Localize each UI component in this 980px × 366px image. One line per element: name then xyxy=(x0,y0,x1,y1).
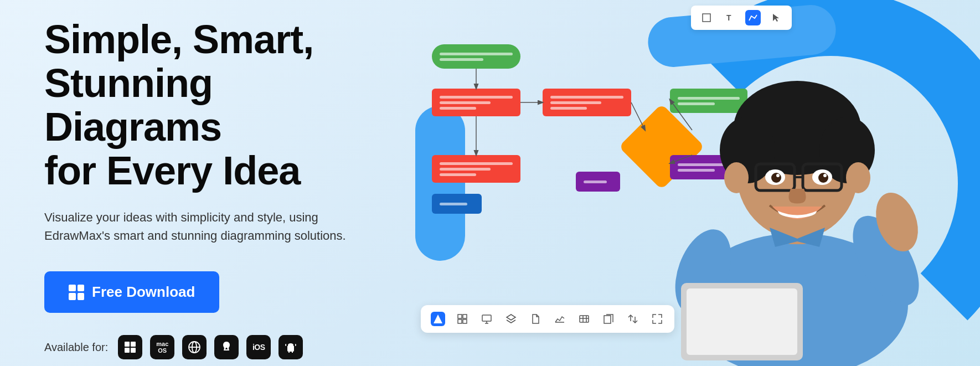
flownode-start xyxy=(432,44,520,69)
svg-rect-2 xyxy=(125,348,130,353)
toolbar-shapes-icon[interactable] xyxy=(431,312,445,326)
svg-point-50 xyxy=(823,174,827,177)
right-content: T xyxy=(399,0,980,366)
person-illustration xyxy=(648,28,947,366)
svg-point-8 xyxy=(289,344,290,346)
svg-rect-20 xyxy=(458,315,462,318)
platform-macos: macOS xyxy=(150,335,174,359)
available-platforms-row: Available for: macOS xyxy=(44,335,365,359)
sub-description: Visualize your ideas with simplicity and… xyxy=(44,208,365,245)
main-headline: Simple, Smart, Stunning Diagrams for Eve… xyxy=(44,18,365,193)
top-toolbar: T xyxy=(691,6,792,30)
svg-marker-12 xyxy=(773,14,779,22)
svg-point-48 xyxy=(818,173,828,183)
platform-android xyxy=(278,335,303,359)
svg-rect-22 xyxy=(458,319,462,323)
svg-rect-3 xyxy=(131,348,136,353)
platform-linux xyxy=(214,335,239,359)
platform-web xyxy=(182,335,207,359)
page-wrapper: Simple, Smart, Stunning Diagrams for Eve… xyxy=(0,0,980,366)
svg-point-51 xyxy=(724,162,749,193)
svg-point-49 xyxy=(776,174,780,177)
flownode-red-3 xyxy=(432,155,520,183)
pointer-tool-icon[interactable] xyxy=(768,10,784,25)
free-download-button[interactable]: Free Download xyxy=(44,271,219,313)
svg-point-9 xyxy=(292,344,293,346)
svg-marker-19 xyxy=(434,315,442,323)
svg-text:T: T xyxy=(726,13,731,22)
connector-tool-icon[interactable] xyxy=(745,10,761,25)
available-label: Available for: xyxy=(44,341,108,354)
svg-point-47 xyxy=(771,173,781,183)
svg-rect-33 xyxy=(604,316,611,323)
left-content: Simple, Smart, Stunning Diagrams for Eve… xyxy=(0,0,399,366)
toolbar-table-icon[interactable] xyxy=(577,312,591,326)
download-button-label: Free Download xyxy=(92,283,195,301)
text-tool-icon[interactable]: T xyxy=(722,10,737,25)
toolbar-expand-icon[interactable] xyxy=(650,312,664,326)
rect-tool-icon[interactable] xyxy=(699,10,714,25)
svg-rect-57 xyxy=(687,288,797,355)
svg-rect-29 xyxy=(580,316,589,322)
flownode-blue-small xyxy=(432,194,482,214)
svg-rect-1 xyxy=(131,342,136,347)
platform-ios: iOS xyxy=(246,335,271,359)
svg-rect-24 xyxy=(482,315,491,321)
toolbar-layers-icon[interactable] xyxy=(504,312,518,326)
toolbar-doc-icon[interactable] xyxy=(528,312,543,326)
windows-icon xyxy=(69,285,84,300)
diagram-toolbar xyxy=(421,305,674,333)
hero-person-area xyxy=(637,12,947,366)
svg-rect-10 xyxy=(703,14,710,22)
toolbar-grid-icon[interactable] xyxy=(455,312,470,326)
toolbar-chart-icon[interactable] xyxy=(553,312,567,326)
flownode-purple-small xyxy=(576,172,620,192)
svg-rect-0 xyxy=(125,342,130,347)
svg-point-52 xyxy=(846,162,870,193)
svg-rect-23 xyxy=(463,319,467,323)
platform-windows xyxy=(118,335,142,359)
svg-marker-27 xyxy=(507,315,515,320)
toolbar-monitor-icon[interactable] xyxy=(479,312,494,326)
toolbar-multipage-icon[interactable] xyxy=(601,312,616,326)
flownode-red-1 xyxy=(432,89,520,116)
toolbar-swap-icon[interactable] xyxy=(626,312,640,326)
flownode-red-2 xyxy=(543,89,631,116)
svg-rect-21 xyxy=(463,315,467,318)
